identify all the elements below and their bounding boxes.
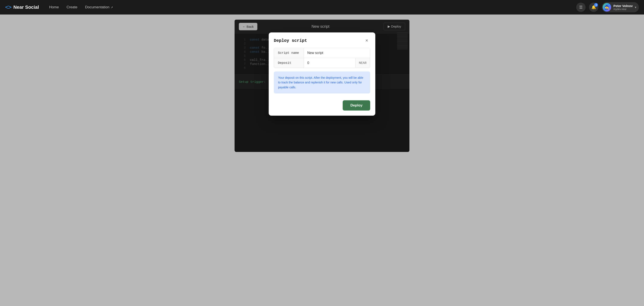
main-content: ← Back New script ▶ Deploy 1 const data … bbox=[0, 15, 644, 306]
notification-button[interactable]: 🔔 3 bbox=[589, 3, 598, 12]
script-name-input[interactable] bbox=[304, 48, 370, 58]
nav-home[interactable]: Home bbox=[49, 5, 59, 10]
deposit-row: Deposit NEAR bbox=[274, 58, 370, 68]
deploy-confirm-button[interactable]: Deploy bbox=[343, 100, 370, 111]
deposit-info-text: Your deposit on this script. After the d… bbox=[278, 75, 366, 90]
user-handle: mydev.near bbox=[613, 8, 633, 11]
hamburger-icon: ☰ bbox=[579, 5, 582, 10]
avatar: 🧙 bbox=[603, 3, 611, 12]
hamburger-button[interactable]: ☰ bbox=[576, 3, 586, 12]
user-info: Peter Volnov mydev.near bbox=[613, 4, 633, 11]
deposit-input[interactable] bbox=[304, 58, 355, 68]
nav-docs[interactable]: Documentation ↗ bbox=[85, 5, 113, 10]
editor-panel: ← Back New script ▶ Deploy 1 const data … bbox=[234, 20, 410, 152]
script-name-row: Script name bbox=[274, 48, 370, 58]
brand-icon: <> bbox=[5, 4, 11, 11]
modal-header: Deploy script × bbox=[269, 33, 375, 48]
navbar: <> Near Social Home Create Documentation… bbox=[0, 0, 644, 15]
modal-form: Script name Deposit NEAR bbox=[274, 48, 370, 68]
brand-name: Near Social bbox=[14, 5, 39, 10]
modal-overlay: Deploy script × Script name Deposit NEAR bbox=[234, 20, 410, 152]
chevron-down-icon: ▾ bbox=[635, 6, 636, 9]
brand[interactable]: <> Near Social bbox=[5, 4, 39, 11]
modal-footer: Deploy bbox=[269, 97, 375, 116]
deposit-info-box: Your deposit on this script. After the d… bbox=[274, 72, 370, 94]
notification-badge: 3 bbox=[594, 3, 598, 7]
nav-right: ☰ 🔔 3 🧙 Peter Volnov mydev.near ▾ bbox=[576, 2, 639, 12]
script-name-label: Script name bbox=[274, 48, 304, 58]
user-menu[interactable]: 🧙 Peter Volnov mydev.near ▾ bbox=[602, 2, 639, 12]
deposit-label: Deposit bbox=[274, 58, 304, 68]
nav-links: Home Create Documentation ↗ bbox=[49, 5, 576, 10]
modal-title: Deploy script bbox=[274, 38, 307, 43]
nav-create[interactable]: Create bbox=[66, 5, 78, 10]
user-name: Peter Volnov bbox=[613, 4, 633, 8]
deposit-unit: NEAR bbox=[355, 58, 370, 68]
deploy-modal: Deploy script × Script name Deposit NEAR bbox=[269, 33, 375, 116]
modal-close-button[interactable]: × bbox=[363, 37, 370, 44]
